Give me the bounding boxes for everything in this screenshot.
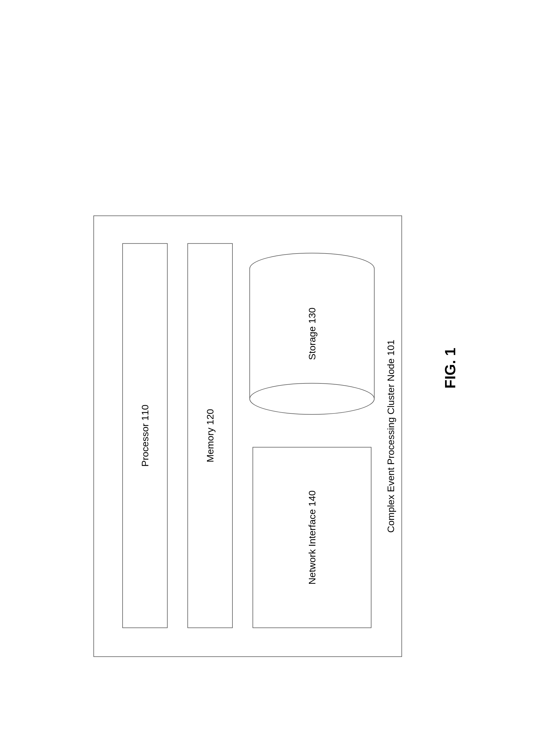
storage-label: Storage 130 xyxy=(307,307,318,360)
cluster-node-caption-text: Complex Event Processing Cluster Node 10… xyxy=(385,340,396,532)
svg-point-1 xyxy=(250,383,374,414)
figure-label: FIG. 1 xyxy=(442,0,459,736)
storage-cylinder: Storage 130 xyxy=(244,243,380,424)
memory-label: Memory 120 xyxy=(205,409,216,462)
cluster-node-caption: Complex Event Processing Cluster Node 10… xyxy=(385,216,396,656)
memory-box: Memory 120 xyxy=(187,243,233,628)
network-interface-label: Network Interface 140 xyxy=(307,490,318,585)
processor-label: Processor 110 xyxy=(140,404,151,466)
landscape-wrapper: Processor 110 Memory 120 Network Interfa… xyxy=(0,0,560,736)
network-interface-box: Network Interface 140 xyxy=(253,447,371,628)
processor-box: Processor 110 xyxy=(122,243,168,628)
page-canvas: Processor 110 Memory 120 Network Interfa… xyxy=(0,0,560,736)
cluster-node-box: Processor 110 Memory 120 Network Interfa… xyxy=(93,215,402,657)
figure-label-text: FIG. 1 xyxy=(442,348,458,388)
